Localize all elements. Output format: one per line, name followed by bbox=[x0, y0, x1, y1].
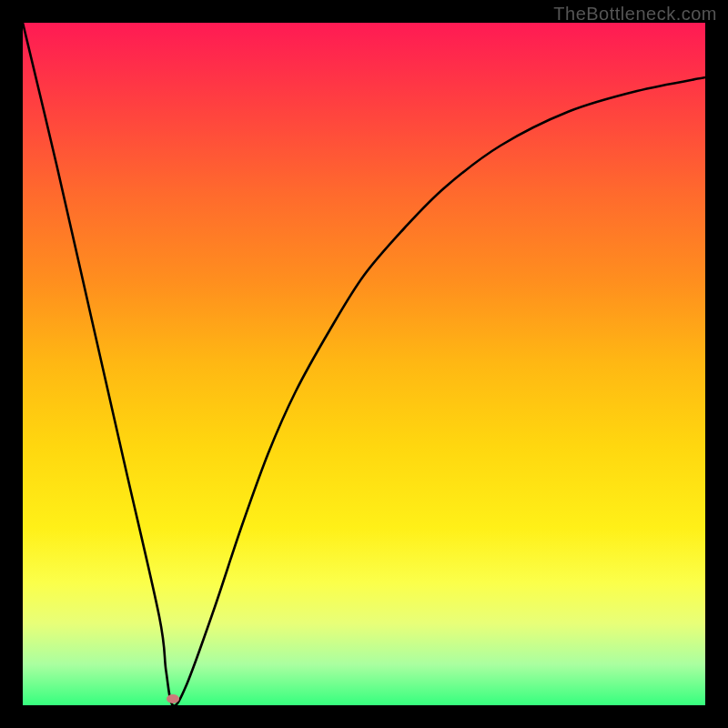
plot-outer-border bbox=[23, 23, 705, 705]
chart-frame: TheBottleneck.com bbox=[0, 0, 728, 728]
bottleneck-curve bbox=[23, 23, 705, 705]
curve-layer bbox=[23, 23, 705, 705]
watermark-text: TheBottleneck.com bbox=[553, 4, 717, 25]
curve-minimum-marker bbox=[167, 694, 179, 703]
